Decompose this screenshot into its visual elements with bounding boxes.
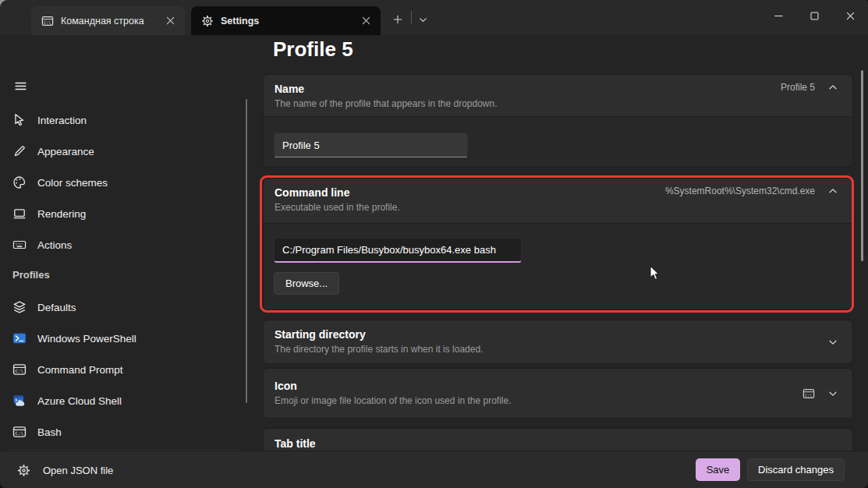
command-line-expander-header[interactable]: Command line Executable used in the prof…: [264, 179, 852, 223]
minimize-icon: [773, 10, 785, 22]
screen: Командная строка Settings: [0, 0, 868, 488]
keyboard-icon: [12, 238, 27, 252]
tab-label: Settings: [221, 16, 360, 27]
setting-title: Starting directory: [275, 327, 818, 342]
setting-subtitle: The name of the profile that appears in …: [275, 97, 771, 111]
sidebar-item-label: Rendering: [37, 208, 86, 220]
titlebar[interactable]: Командная строка Settings: [0, 0, 868, 35]
setting-subtitle: The directory the profile starts in when…: [275, 343, 818, 356]
tab-command-prompt[interactable]: Командная строка: [31, 6, 185, 35]
setting-current-value: Profile 5: [781, 82, 815, 93]
starting-directory-setting-card: Starting directory The directory the pro…: [263, 320, 853, 364]
setting-title: Name: [275, 82, 771, 97]
sidebar-item-label: Interaction: [37, 115, 87, 126]
console-window-icon: [41, 15, 54, 27]
open-json-label: Open JSON file: [43, 465, 113, 476]
name-expander-header[interactable]: Name The name of the profile that appear…: [264, 75, 852, 116]
sidebar-item-bash[interactable]: Bash: [4, 419, 246, 445]
console-window-icon: [12, 425, 27, 439]
page-title: Profile 5: [273, 37, 353, 62]
starting-directory-expander-header[interactable]: Starting directory The directory the pro…: [264, 320, 852, 363]
sidebar-item-label: Bash: [37, 426, 62, 438]
tab-title-expander-header[interactable]: Tab title: [264, 429, 852, 451]
sidebar-item-label: Command Prompt: [37, 364, 123, 376]
layers-icon: [12, 300, 27, 314]
sidebar-item-label: Appearance: [37, 146, 94, 157]
sidebar-item-interaction[interactable]: Interaction: [4, 107, 246, 133]
chevron-down-icon: [418, 15, 428, 25]
save-button[interactable]: Save: [696, 458, 740, 481]
setting-title: Command line: [275, 186, 656, 200]
tab-label: Командная строка: [61, 16, 165, 27]
powershell-icon: [12, 331, 27, 345]
hamburger-icon: [14, 80, 27, 93]
sidebar-item-label: Defaults: [37, 302, 76, 313]
chevron-down-icon[interactable]: [827, 388, 838, 399]
console-window-icon: [12, 362, 27, 377]
command-line-input[interactable]: [274, 238, 522, 263]
chevron-up-icon[interactable]: [827, 186, 838, 196]
setting-subtitle: Emoji or image file location of the icon…: [275, 394, 793, 408]
sidebar-item-label: Actions: [37, 239, 72, 251]
tab-title-setting-card: Tab title: [263, 428, 853, 451]
discard-changes-button[interactable]: Discard changes: [747, 458, 845, 481]
sidebar-item-label: Windows PowerShell: [37, 333, 136, 345]
sidebar-item-appearance[interactable]: Appearance: [4, 138, 246, 164]
sidebar-item-defaults[interactable]: Defaults: [4, 294, 246, 320]
name-expander-body: [264, 116, 852, 167]
chevron-down-icon[interactable]: [827, 337, 838, 348]
azure-cloud-icon: [12, 394, 27, 408]
new-tab-button[interactable]: [387, 9, 409, 30]
pen-icon: [12, 144, 27, 158]
console-window-icon: [802, 387, 815, 400]
sidebar-item-command-prompt[interactable]: Command Prompt: [4, 356, 246, 383]
settings-content: Profile 5 Name The name of the profile t…: [257, 35, 868, 451]
plus-icon: [392, 14, 403, 25]
minimize-button[interactable]: [760, 0, 796, 31]
windows-terminal-window: Командная строка Settings: [0, 0, 868, 488]
setting-current-value: %SystemRoot%\System32\cmd.exe: [665, 186, 815, 196]
divider: [411, 11, 412, 24]
navigation-menu-button[interactable]: [10, 76, 30, 96]
close-icon: [845, 10, 856, 22]
command-line-expander-body: Browse...: [264, 223, 852, 309]
tab-settings[interactable]: Settings: [191, 6, 381, 35]
close-window-button[interactable]: [832, 0, 868, 31]
palette-icon: [12, 175, 27, 189]
tab-dropdown-button[interactable]: [413, 9, 432, 30]
chevron-up-icon[interactable]: [827, 82, 838, 93]
icon-expander-header[interactable]: Icon Emoji or image file location of the…: [264, 369, 852, 418]
sidebar-item-windows-powershell[interactable]: Windows PowerShell: [4, 325, 246, 352]
profile-name-input[interactable]: [274, 133, 468, 157]
settings-sidebar: Interaction Appearance Color schemes Ren…: [0, 35, 257, 451]
profiles-section-header: Profiles: [12, 269, 50, 281]
gear-icon: [17, 464, 30, 477]
sidebar-item-rendering[interactable]: Rendering: [4, 200, 246, 227]
browse-button[interactable]: Browse...: [274, 272, 339, 295]
icon-setting-card: Icon Emoji or image file location of the…: [263, 368, 853, 419]
sidebar-item-actions[interactable]: Actions: [4, 232, 246, 258]
close-icon[interactable]: [165, 15, 176, 27]
open-json-file-button[interactable]: Open JSON file: [9, 457, 121, 483]
gear-icon: [201, 15, 214, 27]
sidebar-item-azure-cloud-shell[interactable]: Azure Cloud Shell: [4, 387, 246, 414]
setting-title: Tab title: [275, 437, 838, 451]
sidebar-scrollbar[interactable]: [246, 99, 247, 403]
monitor-icon: [12, 207, 27, 221]
footer-bar: Open JSON file Save Discard changes: [0, 451, 868, 488]
sidebar-item-label: Azure Cloud Shell: [37, 395, 122, 407]
name-setting-card: Name The name of the profile that appear…: [263, 74, 853, 168]
sidebar-item-color-schemes[interactable]: Color schemes: [4, 169, 246, 196]
close-icon[interactable]: [360, 15, 372, 27]
sidebar-item-label: Color schemes: [37, 177, 108, 189]
maximize-button[interactable]: [796, 0, 832, 31]
setting-subtitle: Executable used in the profile.: [275, 201, 656, 214]
content-scrollbar[interactable]: [861, 70, 863, 261]
maximize-icon: [809, 10, 820, 22]
pointer-icon: [12, 113, 27, 127]
setting-title: Icon: [275, 379, 793, 394]
command-line-setting-card: Command line Executable used in the prof…: [263, 178, 853, 310]
